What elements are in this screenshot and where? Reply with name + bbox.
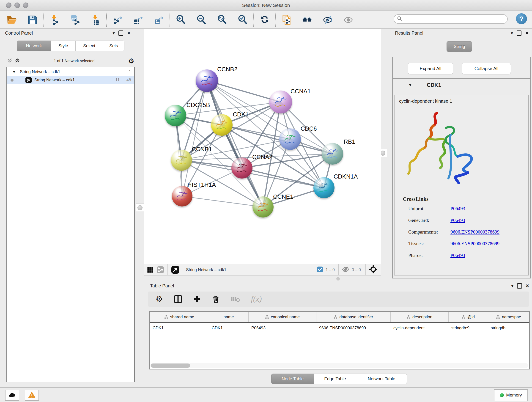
open-view-icon[interactable] <box>171 266 179 274</box>
results-panel-float-icon[interactable] <box>517 31 521 36</box>
tab-select[interactable]: Select <box>75 41 103 51</box>
delete-column-icon[interactable] <box>212 295 220 303</box>
tab-sets[interactable]: Sets <box>103 41 124 51</box>
hidden-eye-icon[interactable] <box>342 266 349 274</box>
network-node-RB1[interactable] <box>322 143 343 165</box>
table-cell[interactable]: CDK1 <box>209 326 249 331</box>
export-table-icon[interactable] <box>133 14 144 26</box>
cloud-button[interactable] <box>5 390 19 401</box>
network-node-CCNB1[interactable] <box>171 150 192 171</box>
birdseye-toggle-icon[interactable] <box>369 265 378 274</box>
table-cell[interactable]: P06493 <box>249 326 317 331</box>
network-share-icon[interactable] <box>157 266 164 273</box>
table-panel-close-icon[interactable]: ✕ <box>526 284 529 288</box>
bottom-splitter-grip[interactable] <box>336 277 340 281</box>
table-cell[interactable]: 9606.ENSP00000378699 <box>317 326 391 331</box>
memory-button[interactable]: Memory <box>494 389 528 401</box>
import-network-from-file-icon[interactable] <box>49 14 60 26</box>
import-table-from-file-icon[interactable] <box>90 14 101 26</box>
column-header-name[interactable]: name <box>209 312 249 322</box>
table-horizontal-scrollbar[interactable] <box>150 363 528 368</box>
zoom-out-icon[interactable] <box>196 14 207 26</box>
search-input[interactable] <box>402 17 502 22</box>
hide-panel-icon[interactable] <box>322 14 334 26</box>
window-close-button[interactable] <box>6 2 12 8</box>
show-columns-icon[interactable] <box>174 295 182 303</box>
table-cell[interactable]: CDK1 <box>150 326 209 331</box>
tab-edge-table[interactable]: Edge Table <box>314 374 356 384</box>
network-node-CCNB2[interactable] <box>196 70 218 92</box>
show-welcome-icon[interactable] <box>302 14 313 26</box>
open-file-icon[interactable] <box>6 14 17 26</box>
network-canvas[interactable]: CCNB2 CCNA1 CDC25B CDK1 CDC6 RB1 CCNB1 C… <box>144 29 381 264</box>
control-panel-close-icon[interactable]: ✕ <box>127 31 131 35</box>
export-network-icon[interactable] <box>112 14 123 26</box>
column-header-description[interactable]: description <box>391 312 449 322</box>
selected-checkbox-icon[interactable] <box>317 267 323 273</box>
table-cell[interactable]: cyclin-dependent ... <box>391 326 449 331</box>
column-header-namespac[interactable]: namespac <box>488 312 529 322</box>
export-image-icon[interactable] <box>153 14 165 26</box>
tab-network-table[interactable]: Network Table <box>356 374 407 384</box>
bottom-splitter[interactable] <box>144 275 391 282</box>
crosslink-link[interactable]: 9606.ENSP00000378699 <box>450 229 500 235</box>
results-panel-close-icon[interactable]: ✕ <box>525 31 529 35</box>
network-node-CCNE1[interactable] <box>253 196 273 217</box>
results-panel-menu-icon[interactable]: ▾ <box>511 31 513 35</box>
zoom-fit-content-icon[interactable] <box>216 14 228 26</box>
warning-button[interactable] <box>25 390 39 401</box>
control-panel-float-icon[interactable] <box>119 31 123 36</box>
network-edge-CCNB2-HIST1H1A[interactable] <box>182 81 207 196</box>
table-panel-float-icon[interactable] <box>517 283 522 288</box>
collapse-all-icon[interactable] <box>7 58 12 64</box>
search-box[interactable] <box>394 14 508 24</box>
help-button[interactable]: ? <box>516 13 527 24</box>
grid-view-icon[interactable] <box>147 267 153 273</box>
network-edge-CCNA2-CDKN1A[interactable] <box>242 168 324 188</box>
table-cell[interactable]: stringdb <box>488 326 529 331</box>
left-splitter-grip[interactable] <box>136 204 144 212</box>
zoom-selected-icon[interactable] <box>237 14 248 26</box>
network-node-CDK1[interactable] <box>211 114 233 136</box>
table-options-gear-icon[interactable]: ⚙ <box>156 295 163 303</box>
tab-network[interactable]: Network <box>17 41 51 51</box>
window-zoom-button[interactable] <box>23 2 28 8</box>
network-node-CCNA1[interactable] <box>269 90 292 114</box>
crosslink-link[interactable]: P06493 <box>450 206 465 211</box>
collapse-all-button[interactable]: Collapse All <box>462 63 511 74</box>
column-header-canonical-name[interactable]: canonical name <box>249 312 317 322</box>
table-cell[interactable]: stringdb:9... <box>449 326 488 331</box>
window-minimize-button[interactable] <box>14 2 20 8</box>
network-collection-row[interactable]: ▼ String Network – cdk1 1 <box>7 67 134 76</box>
control-panel-menu-icon[interactable]: ▾ <box>113 31 115 35</box>
tab-string[interactable]: String <box>447 41 472 52</box>
column-header-@id[interactable]: @id <box>449 312 488 322</box>
tab-node-table[interactable]: Node Table <box>271 374 314 384</box>
collection-expander-icon[interactable]: ▼ <box>12 70 16 74</box>
network-edge-CCNE1-HIST1H1A[interactable] <box>182 196 263 207</box>
crosslink-link[interactable]: 9606.ENSP00000378699 <box>450 241 500 247</box>
network-node-HIST1H1A[interactable] <box>172 186 192 206</box>
duplicate-network-icon[interactable] <box>281 14 292 26</box>
network-node-CDKN1A[interactable] <box>313 177 335 198</box>
cdk1-expander-icon[interactable]: ▼ <box>408 83 412 88</box>
column-header-database-identifier[interactable]: database identifier <box>317 312 391 322</box>
table-row[interactable]: CDK1CDK1P064939606.ENSP00000378699cyclin… <box>150 323 529 333</box>
network-row-selected[interactable]: String Network – cdk1 11 48 <box>7 76 134 84</box>
network-node-CCNA2[interactable] <box>231 157 253 179</box>
tab-style[interactable]: Style <box>51 41 76 51</box>
crosslink-link[interactable]: P06493 <box>450 253 465 258</box>
apply-preferred-layout-icon[interactable] <box>259 14 270 26</box>
column-header-shared-name[interactable]: shared name <box>150 312 209 322</box>
expand-all-icon[interactable] <box>15 58 20 64</box>
table-panel-menu-icon[interactable]: ▾ <box>511 284 514 288</box>
network-options-gear-icon[interactable]: ⚙ <box>128 57 134 64</box>
crosslink-link[interactable]: P06493 <box>450 217 465 223</box>
network-node-CDC25B[interactable] <box>165 105 186 126</box>
save-session-icon[interactable] <box>27 14 38 26</box>
add-column-icon[interactable] <box>193 295 201 303</box>
network-node-CDC6[interactable] <box>279 128 301 150</box>
import-network-from-database-icon[interactable] <box>69 14 81 26</box>
table-scrollbar-thumb[interactable] <box>151 364 190 368</box>
zoom-in-icon[interactable] <box>175 14 186 26</box>
